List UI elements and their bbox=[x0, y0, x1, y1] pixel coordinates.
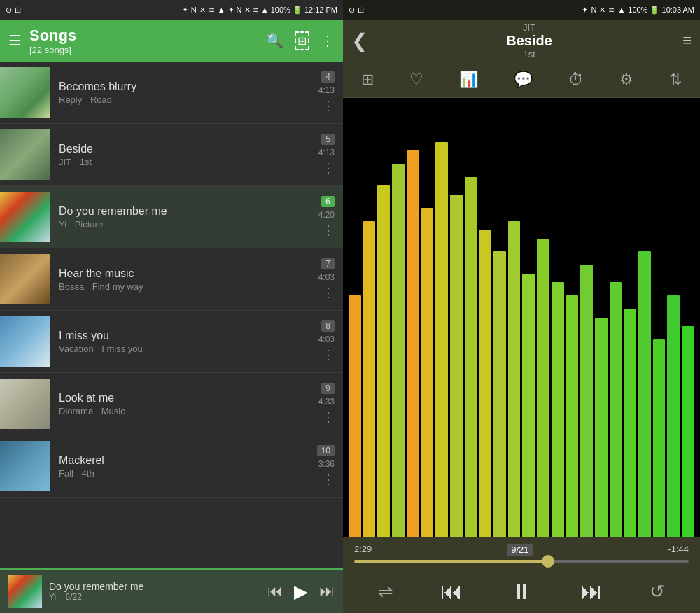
next-button[interactable]: ⏭ bbox=[319, 582, 335, 600]
viz-bar-8 bbox=[465, 177, 477, 537]
favorite-icon[interactable]: ♡ bbox=[410, 71, 424, 89]
player-title-block: JIT Beside 1st bbox=[376, 22, 682, 59]
wifi-icon: ≋ bbox=[209, 6, 215, 15]
song-meta-2: JIT 1st bbox=[59, 157, 293, 167]
search-icon[interactable]: 🔍 bbox=[266, 32, 284, 49]
song-item-4[interactable]: Hear the music Bossa Find my way 7 4:03 … bbox=[0, 248, 343, 311]
song-album-4: Find my way bbox=[92, 281, 144, 292]
song-meta-3: Yi Picture bbox=[59, 219, 293, 230]
network-icon-r: N bbox=[591, 6, 596, 14]
song-more-5[interactable]: ⋮ bbox=[322, 347, 335, 362]
more-options-icon[interactable]: ⋮ bbox=[321, 32, 335, 49]
song-info-5: I miss you Vacation I miss you bbox=[59, 330, 293, 354]
viz-bar-23 bbox=[682, 326, 694, 537]
song-thumb-7 bbox=[0, 441, 50, 491]
viz-bar-20 bbox=[638, 251, 651, 537]
app-icon-r2: ⊡ bbox=[358, 6, 364, 15]
battery-left: ✦ N ✕ ≋ ▲ 100% 🔋 12:12 PM bbox=[228, 6, 337, 15]
settings-icon[interactable]: ⚙ bbox=[620, 71, 634, 89]
viz-bar-3 bbox=[392, 164, 405, 537]
song-right-4: 7 4:03 ⋮ bbox=[293, 258, 335, 300]
right-panel: ⊙ ⊡ ✦ N ✕ ≋ ▲ 100% 🔋 10:03 AM ❮ JIT Besi… bbox=[343, 0, 700, 613]
grid-view-icon[interactable]: ⊞ bbox=[295, 31, 309, 50]
song-album-6: Music bbox=[102, 406, 125, 416]
pause-button[interactable]: ⏸ bbox=[510, 579, 533, 605]
song-thumb-2 bbox=[0, 129, 50, 180]
songs-header: ☰ Songs [22 songs] 🔍 ⊞ ⋮ bbox=[0, 20, 343, 62]
player-toolbar: ⊞ ♡ 📊 💬 ⏱ ⚙ ⇅ bbox=[343, 62, 700, 98]
app-icon-1: ⊙ bbox=[6, 6, 12, 15]
song-item-3[interactable]: Do you remember me Yi Picture 6 4:20 ⋮ bbox=[0, 186, 343, 248]
song-item-7[interactable]: Mackerel Fall 4th 10 3:36 ⋮ bbox=[0, 435, 343, 498]
mute-icon: ✕ bbox=[200, 6, 206, 15]
header-icons: 🔍 ⊞ ⋮ bbox=[266, 31, 335, 50]
hamburger-menu-icon[interactable]: ☰ bbox=[8, 32, 21, 49]
song-item-2[interactable]: Beside JIT 1st 5 4:13 ⋮ bbox=[0, 124, 343, 186]
lyrics-icon[interactable]: 💬 bbox=[514, 71, 533, 89]
song-number-6: 9 bbox=[321, 383, 335, 394]
status-info-left: ✦ N ✕ ≋ ▲ ✦ N ✕ ≋ ▲ 100% 🔋 12:12 PM bbox=[182, 6, 337, 15]
viz-bar-11 bbox=[508, 221, 521, 537]
progress-thumb[interactable] bbox=[542, 555, 554, 568]
song-artist-4: Bossa bbox=[59, 281, 84, 292]
song-title-5: I miss you bbox=[59, 330, 293, 342]
song-item-5[interactable]: I miss you Vacation I miss you 8 4:03 ⋮ bbox=[0, 311, 343, 373]
shuffle-button[interactable]: ⇌ bbox=[378, 581, 393, 603]
player-album2-name: 1st bbox=[376, 49, 682, 59]
viz-bar-19 bbox=[624, 309, 636, 537]
viz-bar-9 bbox=[479, 230, 491, 537]
song-right-5: 8 4:03 ⋮ bbox=[293, 320, 335, 362]
repeat-button[interactable]: ↺ bbox=[650, 581, 665, 603]
prev-track-button[interactable]: ⏮ bbox=[440, 579, 463, 605]
progress-bar[interactable] bbox=[354, 560, 689, 563]
add-to-playlist-icon[interactable]: ⊞ bbox=[361, 71, 374, 89]
song-list[interactable]: Becomes blurry Reply Road 4 4:13 ⋮ Besid… bbox=[0, 62, 343, 568]
song-album-5: I miss you bbox=[102, 344, 143, 354]
song-artist-3: Yi bbox=[59, 219, 66, 230]
song-artist-6: Diorama bbox=[59, 406, 93, 416]
song-number-4: 7 bbox=[321, 258, 335, 269]
song-info-2: Beside JIT 1st bbox=[59, 143, 293, 167]
next-track-button[interactable]: ⏭ bbox=[580, 579, 603, 605]
viz-bar-18 bbox=[610, 282, 622, 537]
player-menu-icon[interactable]: ≡ bbox=[682, 31, 692, 50]
song-meta-5: Vacation I miss you bbox=[59, 344, 293, 354]
song-artist-1: Reply bbox=[59, 94, 82, 105]
wifi-icon-r: ≋ bbox=[608, 6, 615, 15]
song-more-3[interactable]: ⋮ bbox=[322, 223, 335, 238]
song-right-2: 5 4:13 ⋮ bbox=[293, 134, 335, 176]
song-more-7[interactable]: ⋮ bbox=[322, 472, 335, 487]
player-progress-area: 2:29 9/21 -1:44 bbox=[343, 537, 700, 570]
play-button[interactable]: ▶ bbox=[294, 581, 308, 603]
viz-bar-7 bbox=[450, 195, 463, 537]
player-controls: ⇌ ⏮ ⏸ ⏭ ↺ bbox=[343, 570, 700, 613]
song-duration-7: 3:36 bbox=[318, 459, 335, 469]
np-artist: Yi 6/22 bbox=[49, 592, 267, 602]
song-right-3: 6 4:20 ⋮ bbox=[293, 196, 335, 238]
np-track: 6/22 bbox=[66, 592, 82, 602]
np-info: Do you remember me Yi 6/22 bbox=[49, 581, 267, 602]
song-more-2[interactable]: ⋮ bbox=[322, 160, 335, 176]
previous-button[interactable]: ⏮ bbox=[267, 582, 283, 600]
viz-bar-2 bbox=[377, 185, 390, 537]
song-duration-1: 4:13 bbox=[318, 85, 335, 95]
viz-bar-10 bbox=[493, 251, 506, 537]
timer-icon[interactable]: ⏱ bbox=[568, 71, 584, 89]
sort-icon[interactable]: ⇅ bbox=[669, 71, 682, 89]
song-item-6[interactable]: Look at me Diorama Music 9 4:33 ⋮ bbox=[0, 373, 343, 435]
song-meta-6: Diorama Music bbox=[59, 406, 293, 416]
equalizer-icon[interactable]: 📊 bbox=[459, 71, 478, 89]
song-number-2: 5 bbox=[321, 134, 335, 145]
viz-bar-15 bbox=[566, 295, 579, 537]
song-duration-4: 4:03 bbox=[318, 272, 335, 282]
song-title-7: Mackerel bbox=[59, 454, 293, 467]
left-panel: ⊙ ⊡ ✦ N ✕ ≋ ▲ ✦ N ✕ ≋ ▲ 100% 🔋 12:12 PM … bbox=[0, 0, 343, 613]
song-more-6[interactable]: ⋮ bbox=[322, 409, 335, 425]
song-more-1[interactable]: ⋮ bbox=[322, 98, 335, 113]
song-item-1[interactable]: Becomes blurry Reply Road 4 4:13 ⋮ bbox=[0, 62, 343, 124]
song-thumb-3 bbox=[0, 192, 50, 242]
song-more-4[interactable]: ⋮ bbox=[322, 285, 335, 300]
bluetooth-icon-r: ✦ bbox=[582, 6, 588, 15]
back-button[interactable]: ❮ bbox=[351, 29, 368, 52]
status-bar-left: ⊙ ⊡ ✦ N ✕ ≋ ▲ ✦ N ✕ ≋ ▲ 100% 🔋 12:12 PM bbox=[0, 0, 343, 20]
